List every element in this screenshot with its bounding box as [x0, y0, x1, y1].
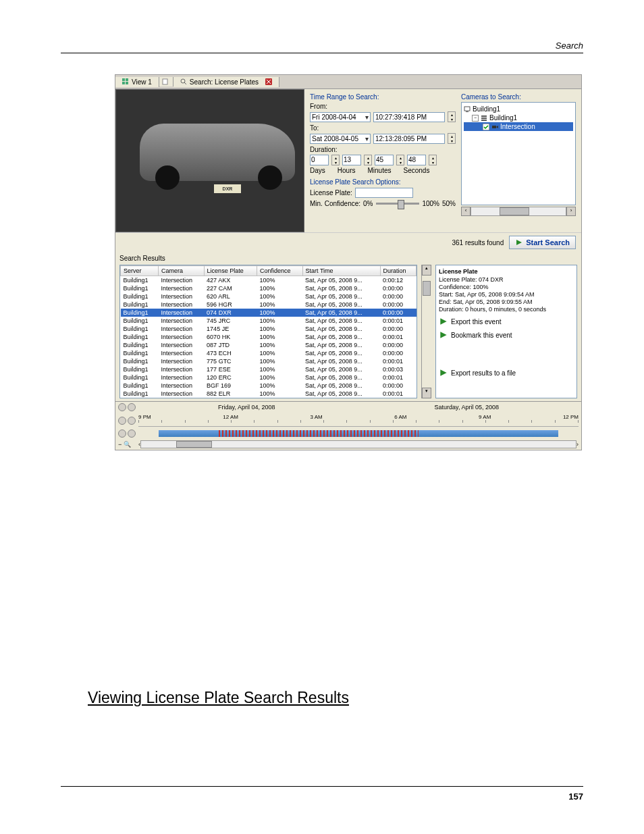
table-cell: Building1	[121, 333, 159, 341]
table-row[interactable]: Building1Intersection427 AKX100%Sat, Apr…	[121, 276, 417, 285]
tab-view-label: View 1	[132, 78, 152, 86]
column-header[interactable]: Start Time	[302, 266, 380, 276]
table-cell: 100%	[257, 365, 302, 373]
bookmark-event-link[interactable]: Bookmark this event	[439, 330, 574, 340]
scroll-right-button[interactable]: ›	[566, 207, 576, 216]
table-cell: Sat, Apr 05, 2008 9...	[302, 292, 380, 301]
timeline-scrollbar[interactable]	[140, 440, 576, 448]
column-header[interactable]: Confidence	[257, 266, 302, 276]
confidence-slider[interactable]	[376, 203, 420, 205]
tab-search-label: Search: License Plates	[190, 78, 259, 86]
table-row[interactable]: Building1Intersection882 ELR100%Sat, Apr…	[121, 390, 417, 398]
timeline-data[interactable]	[159, 430, 558, 437]
time-spinner[interactable]: ▴▾	[448, 111, 456, 122]
results-table[interactable]: ServerCameraLicense PlateConfidenceStart…	[119, 265, 417, 398]
days-input[interactable]: 0	[310, 155, 329, 165]
table-row[interactable]: Building1Intersection473 ECH100%Sat, Apr…	[121, 349, 417, 357]
tree-root[interactable]: Building1	[464, 105, 573, 113]
table-cell: 6070 HK	[204, 333, 257, 341]
tl-date2: Saturday, April 05, 2008	[435, 404, 499, 411]
table-cell: 100%	[257, 373, 302, 382]
table-cell: 596 HGR	[204, 301, 257, 309]
column-header[interactable]: License Plate	[204, 266, 257, 276]
table-row[interactable]: Building1Intersection074 DXR100%Sat, Apr…	[121, 309, 417, 317]
tl-controls-1[interactable]	[118, 403, 138, 411]
table-cell: Sat, Apr 05, 2008 9...	[302, 373, 380, 382]
spinner[interactable]: ▴▾	[364, 155, 372, 165]
camera-tree[interactable]: Building1 − Building1 Intersection	[461, 102, 576, 205]
hours-unit-label: Hours	[338, 167, 356, 174]
time-spinner[interactable]: ▴▾	[448, 133, 456, 144]
video-preview[interactable]: DXR	[115, 89, 304, 232]
tree-hscroll[interactable]: ‹ ›	[461, 207, 576, 216]
scroll-up-button[interactable]: ▴	[422, 265, 431, 276]
tl-controls-2[interactable]	[118, 417, 138, 425]
scroll-track[interactable]	[471, 207, 566, 216]
table-row[interactable]: Building1Intersection620 ARL100%Sat, Apr…	[121, 292, 417, 301]
license-plate-input[interactable]	[355, 188, 413, 198]
scroll-right-button[interactable]: ›	[576, 441, 579, 448]
results-vscroll[interactable]: ▴ ▾	[421, 265, 431, 398]
export-event-link[interactable]: Export this event	[439, 317, 574, 326]
scroll-left-button[interactable]: ‹	[461, 207, 471, 216]
collapse-icon[interactable]: −	[472, 115, 479, 122]
column-header[interactable]: Server	[121, 266, 159, 276]
scroll-thumb[interactable]	[500, 207, 529, 215]
to-date-input[interactable]: Sat 2008-04-05▾	[310, 134, 371, 144]
dropdown-icon[interactable]: ▾	[365, 135, 369, 142]
table-row[interactable]: Building1Intersection775 GTC100%Sat, Apr…	[121, 357, 417, 365]
table-cell: Intersection	[158, 325, 204, 333]
tree-camera[interactable]: Intersection	[464, 122, 573, 131]
table-row[interactable]: Building1Intersection227 CAM100%Sat, Apr…	[121, 284, 417, 292]
table-row[interactable]: Building1Intersection745 JRC100%Sat, Apr…	[121, 317, 417, 325]
tl-controls-3[interactable]	[118, 429, 138, 438]
zoom-out-icon[interactable]: − 🔍	[118, 441, 138, 448]
table-row[interactable]: Building1Intersection087 JTD100%Sat, Apr…	[121, 341, 417, 349]
export-file-link[interactable]: Export results to a file	[439, 368, 574, 377]
table-row[interactable]: Building1Intersection1745 JE100%Sat, Apr…	[121, 325, 417, 333]
table-cell: 0:00:03	[380, 365, 416, 373]
from-date-input[interactable]: Fri 2008-04-04▾	[310, 112, 371, 122]
table-row[interactable]: Building1Intersection177 ESE100%Sat, Apr…	[121, 365, 417, 373]
table-cell: 100%	[257, 333, 302, 341]
tab-new[interactable]	[159, 77, 173, 86]
from-label: From:	[310, 103, 456, 110]
table-cell: 0:00:00	[380, 325, 416, 333]
scroll-down-button[interactable]: ▾	[422, 388, 431, 398]
table-row[interactable]: Building1Intersection6070 HK100%Sat, Apr…	[121, 333, 417, 341]
export-file-label: Export results to a file	[451, 369, 516, 377]
hours-input[interactable]: 13	[342, 155, 361, 165]
table-row[interactable]: Building1IntersectionBGF 169100%Sat, Apr…	[121, 382, 417, 390]
close-icon[interactable]	[265, 78, 272, 85]
start-search-button[interactable]: Start Search	[509, 236, 576, 249]
table-cell: Building1	[121, 284, 159, 292]
spinner[interactable]: ▴▾	[331, 155, 340, 165]
column-header[interactable]: Camera	[158, 266, 204, 276]
check-icon	[483, 124, 489, 130]
dropdown-icon[interactable]: ▾	[365, 113, 369, 121]
column-header[interactable]: Duration	[380, 266, 416, 276]
spinner[interactable]: ▴▾	[396, 155, 404, 165]
seconds-input[interactable]: 48	[407, 155, 426, 165]
spinner[interactable]: ▴▾	[429, 155, 437, 165]
slider-thumb[interactable]	[398, 200, 404, 209]
table-row[interactable]: Building1Intersection596 HGR100%Sat, Apr…	[121, 301, 417, 309]
lp-options-label: License Plate Search Options:	[310, 178, 456, 186]
tab-search[interactable]: Search: License Plates	[173, 77, 279, 87]
to-time-input[interactable]: 12:13:28:095 PM	[373, 134, 445, 144]
scroll-thumb[interactable]	[423, 281, 431, 296]
arrow-right-icon	[439, 317, 448, 326]
from-time-input[interactable]: 10:27:39:418 PM	[373, 112, 445, 122]
tree-site[interactable]: − Building1	[464, 113, 573, 122]
tab-view1[interactable]: View 1	[115, 77, 159, 87]
table-cell: 745 JRC	[204, 317, 257, 325]
minutes-input[interactable]: 45	[375, 155, 394, 165]
table-cell: Sat, Apr 05, 2008 9...	[302, 309, 380, 317]
timeline-scale[interactable]: 9 PM12 AM3 AM6 AM9 AM12 PM	[138, 414, 579, 427]
scroll-thumb[interactable]	[176, 441, 213, 448]
table-cell: Sat, Apr 05, 2008 9...	[302, 333, 380, 341]
table-row[interactable]: Building1Intersection120 ERC100%Sat, Apr…	[121, 373, 417, 382]
table-cell: Sat, Apr 05, 2008 9...	[302, 284, 380, 292]
table-cell: Intersection	[158, 309, 204, 317]
detail-conf: Confidence: 100%	[439, 284, 574, 290]
